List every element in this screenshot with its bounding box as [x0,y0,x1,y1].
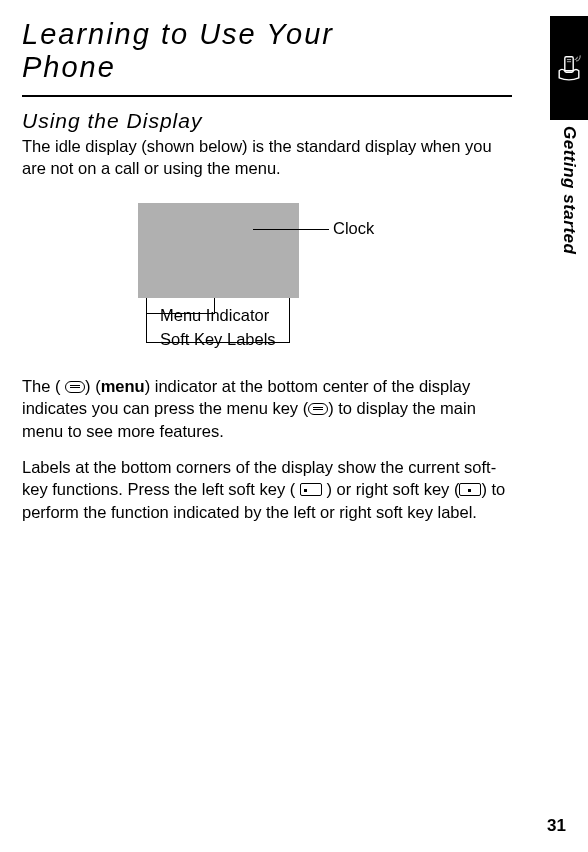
page-number: 31 [547,816,566,836]
section-heading: Using the Display [22,109,548,133]
page-title: Learning to Use Your Phone [22,18,548,85]
title-line-1: Learning to Use Your [22,18,548,51]
intro-paragraph: The idle display (shown below) is the st… [22,135,518,180]
paragraph-3: Labels at the bottom corners of the disp… [22,456,518,523]
right-soft-key-icon [459,483,481,496]
menu-key-icon [308,403,328,415]
idle-display-diagram: Clock Menu Indicator Soft Key Labels [22,193,518,373]
side-tab [550,16,588,120]
title-line-2: Phone [22,51,548,84]
callout-line [146,298,147,342]
svg-rect-0 [565,57,573,72]
side-tab-label: Getting started [559,126,579,254]
text: The ( [22,377,61,395]
menu-key-icon [65,381,85,393]
callout-line [289,298,290,342]
phone-in-hand-icon [555,54,583,82]
soft-key-labels-label: Soft Key Labels [160,330,276,349]
left-soft-key-icon [300,483,322,496]
title-rule [22,95,512,97]
clock-label: Clock [333,219,374,238]
text: ) ( [85,377,101,395]
menu-indicator-label: Menu Indicator [160,306,269,325]
paragraph-2: The ( ) (menu) indicator at the bottom c… [22,375,518,442]
text: ) or right soft key ( [326,480,459,498]
menu-word: menu [101,377,145,395]
display-screen [138,203,299,298]
clock-pointer-line [253,229,329,230]
